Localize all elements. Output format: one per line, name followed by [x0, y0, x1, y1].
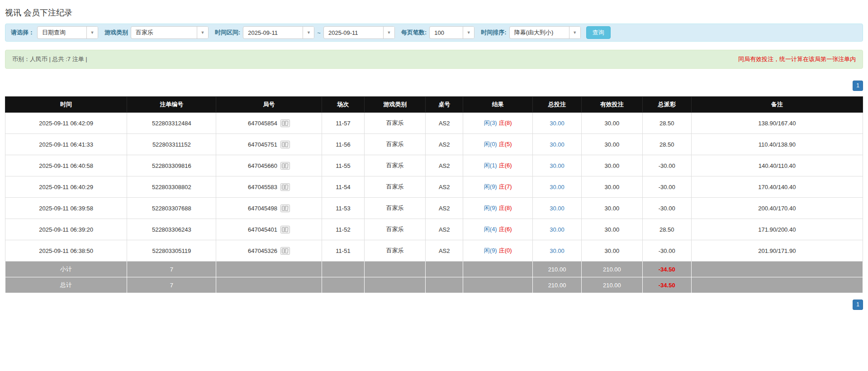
page-button[interactable]: 1	[853, 300, 863, 310]
round-id-text: 647045751	[248, 141, 277, 148]
time-cell: 2025-09-11 06:39:58	[5, 198, 127, 219]
total-bet-link[interactable]: 30.00	[550, 162, 564, 169]
currency-total-text: 币别：人民币 | 总共 :7 注单 |	[12, 55, 87, 63]
round-result-image-icon[interactable]	[280, 162, 290, 170]
total-bet-link[interactable]: 30.00	[550, 205, 564, 212]
column-header: 总派彩	[642, 97, 691, 113]
round-result-image-icon[interactable]	[280, 226, 290, 233]
query-type-select[interactable]: 日期查询 ▼	[37, 26, 98, 39]
result-cell: 闲(9)庄(8)	[463, 198, 533, 219]
pagination-bottom: 1	[5, 300, 863, 310]
total-bet-link[interactable]: 30.00	[550, 226, 564, 233]
page-size-select[interactable]: 100 ▼	[429, 26, 474, 39]
chevron-down-icon[interactable]: ▼	[383, 27, 394, 38]
round-result-image-icon[interactable]	[280, 247, 290, 255]
result-cell: 闲(9)庄(7)	[463, 176, 533, 198]
result-cell: 闲(1)庄(6)	[463, 155, 533, 176]
payout-cell: 28.50	[642, 219, 691, 240]
query-type-value: 日期查询	[38, 27, 86, 38]
result-player: 闲(9)	[484, 247, 497, 254]
page-button[interactable]: 1	[853, 81, 863, 91]
total-bet-cell: 30.00	[532, 198, 581, 219]
game-type-cell: 百家乐	[365, 155, 426, 176]
subtotal-row-label: 小计	[5, 262, 127, 277]
game-type-cell: 百家乐	[365, 176, 426, 198]
session-cell: 11-53	[322, 198, 365, 219]
page-size-value: 100	[430, 27, 463, 38]
bet-id-cell: 522803307688	[127, 198, 216, 219]
search-button[interactable]: 查询	[586, 26, 611, 39]
table-row: 2025-09-11 06:38:50522803305119647045326…	[5, 240, 863, 262]
filter-bar: 请选择： 日期查询 ▼ 游戏类别 百家乐 ▼ 时间区间: 2025-09-11 …	[5, 24, 863, 42]
chevron-down-icon[interactable]: ▼	[197, 27, 208, 38]
payout-cell: 28.50	[642, 113, 691, 134]
date-from-select[interactable]: 2025-09-11 ▼	[243, 26, 314, 39]
payout-cell: 28.50	[642, 134, 691, 155]
game-type-cell: 百家乐	[365, 219, 426, 240]
round-id-cell: 647045401	[216, 219, 322, 240]
total-row-total-bet: 210.00	[532, 277, 581, 293]
time-cell: 2025-09-11 06:40:58	[5, 155, 127, 176]
subtotal-row-empty	[463, 262, 533, 277]
bet-id-cell: 522803309816	[127, 155, 216, 176]
table-row: 2025-09-11 06:41:33522803311152647045751…	[5, 134, 863, 155]
table-row: 2025-09-11 06:40:58522803309816647045660…	[5, 155, 863, 176]
table-no-cell: AS2	[426, 155, 463, 176]
valid-bet-cell: 30.00	[582, 113, 643, 134]
game-type-value: 百家乐	[131, 27, 197, 38]
round-id-text: 647045854	[248, 120, 277, 127]
sort-value: 降幕(由大到小)	[510, 27, 569, 38]
total-row-count: 7	[127, 277, 216, 293]
round-id-text: 647045401	[248, 226, 277, 233]
sort-select[interactable]: 降幕(由大到小) ▼	[509, 26, 581, 39]
chevron-down-icon[interactable]: ▼	[463, 27, 474, 38]
total-row-empty	[691, 277, 863, 293]
total-row-label: 总计	[5, 277, 127, 293]
page-title: 视讯 会员下注纪录	[5, 7, 863, 18]
round-id-cell: 647045326	[216, 240, 322, 262]
game-type-select[interactable]: 百家乐 ▼	[131, 26, 209, 39]
column-header: 游戏类别	[365, 97, 426, 113]
result-cell: 闲(0)庄(5)	[463, 134, 533, 155]
subtotal-row-empty	[322, 262, 365, 277]
subtotal-row-count: 7	[127, 262, 216, 277]
game-type-label: 游戏类别	[104, 29, 128, 37]
date-to-select[interactable]: 2025-09-11 ▼	[323, 26, 395, 39]
round-id-text: 647045326	[248, 247, 277, 254]
round-result-image-icon[interactable]	[280, 141, 290, 148]
result-player: 闲(9)	[484, 205, 497, 211]
total-bet-link[interactable]: 30.00	[550, 141, 564, 148]
round-result-image-icon[interactable]	[280, 119, 290, 127]
total-bet-cell: 30.00	[532, 113, 581, 134]
select-label: 请选择：	[11, 29, 34, 37]
round-result-image-icon[interactable]	[280, 205, 290, 212]
total-bet-link[interactable]: 30.00	[550, 247, 564, 254]
total-row-valid-bet: 210.00	[582, 277, 643, 293]
total-row: 总计7210.00210.00-34.50	[5, 277, 863, 293]
game-type-cell: 百家乐	[365, 198, 426, 219]
time-cell: 2025-09-11 06:41:33	[5, 134, 127, 155]
remark-cell: 170.40/140.40	[691, 176, 863, 198]
round-result-image-icon[interactable]	[280, 183, 290, 191]
total-bet-link[interactable]: 30.00	[550, 184, 564, 190]
result-cell: 闲(3)庄(8)	[463, 113, 533, 134]
chevron-down-icon[interactable]: ▼	[86, 27, 98, 38]
chevron-down-icon[interactable]: ▼	[303, 27, 314, 38]
session-cell: 11-54	[322, 176, 365, 198]
result-player: 闲(3)	[484, 119, 497, 126]
payout-cell: -30.00	[642, 240, 691, 262]
subtotal-row-empty	[365, 262, 426, 277]
round-id-cell: 647045751	[216, 134, 322, 155]
pagination-top: 1	[5, 81, 863, 91]
remark-cell: 140.40/110.40	[691, 155, 863, 176]
date-to-value: 2025-09-11	[324, 27, 383, 38]
range-separator: ~	[317, 29, 321, 36]
total-bet-cell: 30.00	[532, 176, 581, 198]
bet-id-cell: 522803306243	[127, 219, 216, 240]
total-bet-link[interactable]: 30.00	[550, 120, 564, 127]
column-header: 结果	[463, 97, 533, 113]
chevron-down-icon[interactable]: ▼	[569, 27, 580, 38]
session-cell: 11-57	[322, 113, 365, 134]
result-banker: 庄(5)	[499, 141, 512, 147]
column-header: 局号	[216, 97, 322, 113]
